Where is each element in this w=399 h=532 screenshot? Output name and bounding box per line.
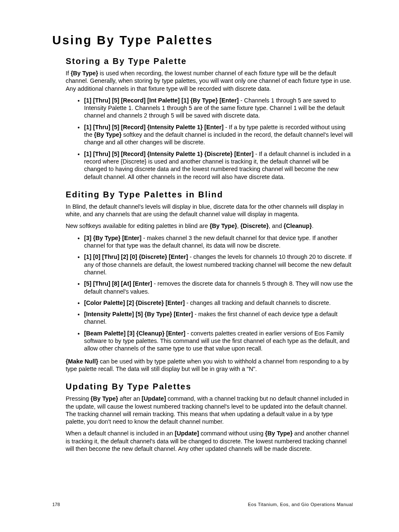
editing-p3: {Make Null} can be used with by type pal… (66, 358, 353, 373)
list-item: [3] {By Type} [Enter] - makes channel 3 … (84, 234, 353, 250)
section-storing: Storing a By Type Palette If {By Type} i… (52, 56, 353, 181)
page-number: 178 (52, 502, 60, 507)
list-item: [1] [Thru] [5] [Record] [Int Palette] [1… (84, 97, 353, 120)
list-item: [Beam Palette] [3] {Cleanup} [Enter] - c… (84, 330, 353, 353)
editing-p2: New softkeys available for editing palet… (66, 222, 353, 230)
list-item: [Intensity Palette] [5] {By Type} [Enter… (84, 310, 353, 326)
list-item: [5] [Thru] [8] [At] [Enter] - removes th… (84, 280, 353, 295)
editing-p1: In Blind, the default channel's levels w… (66, 203, 353, 218)
updating-p1: Pressing {By Type} after an [Update] com… (66, 395, 353, 425)
list-item: [1] [0] [Thru] [2] [0] {Discrete} [Enter… (84, 253, 353, 276)
updating-p2: When a default channel is included in an… (66, 430, 353, 453)
storing-bullets: [1] [Thru] [5] [Record] [Int Palette] [1… (66, 97, 353, 181)
storing-intro: If {By Type} is used when recording, the… (66, 69, 353, 92)
footer-title: Eos Titanium, Eos, and Gio Operations Ma… (248, 502, 353, 507)
section-editing: Editing By Type Palettes in Blind In Bli… (52, 190, 353, 373)
page-footer: 178 Eos Titanium, Eos, and Gio Operation… (52, 502, 353, 507)
list-item: [1] [Thru] [5] [Record] {Intensity Palet… (84, 123, 353, 146)
editing-bullets: [3] {By Type} [Enter] - makes channel 3 … (66, 234, 353, 353)
heading-updating: Updating By Type Palettes (66, 382, 353, 391)
list-item: [Color Palette] [2] {Discrete} [Enter] -… (84, 299, 353, 307)
heading-storing: Storing a By Type Palette (66, 56, 353, 66)
heading-main: Using By Type Palettes (52, 33, 353, 47)
list-item: [1] [Thru] [5] [Record] {Intensity Palet… (84, 150, 353, 181)
section-updating: Updating By Type Palettes Pressing {By T… (52, 382, 353, 453)
heading-editing: Editing By Type Palettes in Blind (66, 190, 353, 200)
